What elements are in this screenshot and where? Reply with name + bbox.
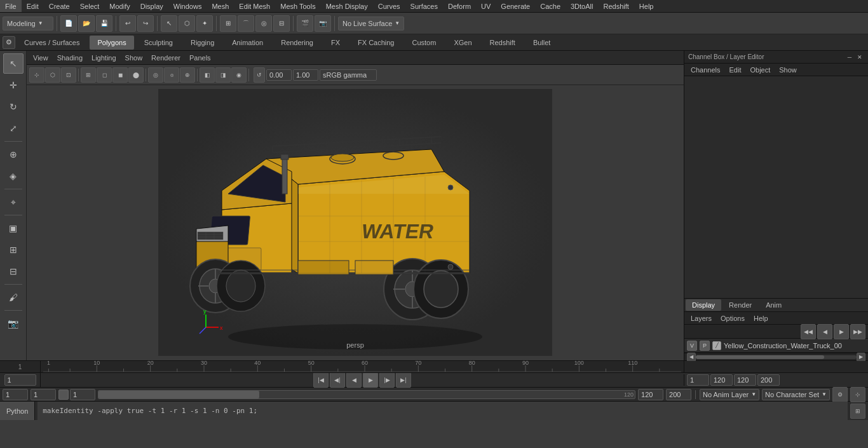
play-forward-button[interactable]: ▶ <box>363 372 378 388</box>
menu-select[interactable]: Select <box>75 0 105 12</box>
playback-end-field[interactable]: 120 <box>638 389 663 400</box>
tab-anim[interactable]: Anim <box>759 299 788 311</box>
ipr-button[interactable]: 📷 <box>315 15 331 32</box>
menu-3dtoall[interactable]: 3DtoAll <box>566 0 598 12</box>
viewport[interactable]: View Shading Lighting Show Renderer Pane… <box>27 51 684 360</box>
layer-prev-1[interactable]: ◀◀ <box>801 324 816 339</box>
vp-shading-1[interactable]: ◧ <box>200 67 215 83</box>
bottom-settings-2[interactable]: ⊹ <box>850 387 865 402</box>
vp-menu-panels[interactable]: Panels <box>186 51 215 64</box>
step-forward-button[interactable]: |▶ <box>379 372 395 388</box>
channel-box-minimize[interactable]: ─ <box>845 53 854 62</box>
tab-xgen[interactable]: XGen <box>446 36 479 50</box>
workspace-dropdown[interactable]: Modeling ▼ <box>3 17 53 31</box>
grid-btn-3[interactable]: ⊟ <box>3 261 24 282</box>
menu-modify[interactable]: Modify <box>104 0 135 12</box>
edit-menu[interactable]: Edit <box>725 64 745 76</box>
redo-button[interactable]: ↪ <box>137 15 154 32</box>
playback-end-input[interactable]: 120 <box>710 374 733 386</box>
bottom-settings-1[interactable]: ⚙ <box>832 387 848 402</box>
channels-menu[interactable]: Channels <box>687 64 724 76</box>
vp-shading-2[interactable]: ◨ <box>215 67 231 83</box>
layer-next-2[interactable]: ▶▶ <box>850 324 865 339</box>
menu-display[interactable]: Display <box>135 0 168 12</box>
frame-field-1[interactable]: 1 <box>3 389 28 400</box>
frame-field-3[interactable]: 1 <box>70 389 95 400</box>
layers-menu[interactable]: Layers <box>687 312 715 324</box>
current-frame-input[interactable]: 1 <box>4 374 36 386</box>
soft-mod-sidebar[interactable]: ◈ <box>3 166 24 186</box>
vp-tool-3[interactable]: ⊡ <box>61 67 76 83</box>
undo-button[interactable]: ↩ <box>119 15 136 32</box>
grid-btn-2[interactable]: ⊞ <box>3 240 24 260</box>
menu-redshift[interactable]: Redshift <box>598 0 634 12</box>
vp-menu-shading[interactable]: Shading <box>53 51 86 64</box>
layer-next-1[interactable]: ▶ <box>834 324 849 339</box>
open-scene-button[interactable]: 📂 <box>78 15 95 32</box>
menu-mesh[interactable]: Mesh <box>207 0 234 12</box>
tab-animation[interactable]: Animation <box>224 36 271 50</box>
skip-to-start-button[interactable]: |◀ <box>313 372 329 388</box>
vp-transform-x[interactable]: 0.00 <box>266 69 292 81</box>
vp-tool-2[interactable]: ⬡ <box>45 67 60 83</box>
vp-cam-2[interactable]: ⌾ <box>164 67 179 83</box>
layers-help-menu[interactable]: Help <box>750 312 772 324</box>
camera-sidebar[interactable]: 📷 <box>3 313 24 334</box>
tab-redshift[interactable]: Redshift <box>482 36 523 50</box>
menu-help[interactable]: Help <box>634 0 659 12</box>
play-back-button[interactable]: ◀ <box>346 372 362 388</box>
menu-mesh-tools[interactable]: Mesh Tools <box>275 0 320 12</box>
menu-mesh-display[interactable]: Mesh Display <box>321 0 373 12</box>
snap-point-button[interactable]: ◎ <box>255 15 272 32</box>
snap-surface-button[interactable]: ⊟ <box>273 15 290 32</box>
menu-curves[interactable]: Curves <box>373 0 405 12</box>
menu-create[interactable]: Create <box>44 0 75 12</box>
layer-playback-toggle[interactable]: P <box>700 341 710 351</box>
layer-prev-2[interactable]: ◀ <box>817 324 832 339</box>
vp-cam-1[interactable]: ◎ <box>148 67 163 83</box>
layer-color-swatch[interactable]: ╱ <box>712 341 721 350</box>
menu-deform[interactable]: Deform <box>443 0 476 12</box>
vp-menu-view[interactable]: View <box>29 51 52 64</box>
channel-box-close[interactable]: ✕ <box>855 53 864 62</box>
anim-end-input[interactable]: 120 <box>734 374 756 386</box>
tab-render[interactable]: Render <box>722 299 758 311</box>
snap-sidebar[interactable]: ⌖ <box>3 192 24 212</box>
vp-transform-y[interactable]: 1.00 <box>293 69 318 81</box>
select-tool-button[interactable]: ↖ <box>161 15 177 32</box>
grid-btn-1[interactable]: ▣ <box>3 218 24 238</box>
tab-rigging[interactable]: Rigging <box>183 36 222 50</box>
timeline-slider[interactable]: 120 <box>98 390 635 399</box>
move-tool-sidebar[interactable]: ✛ <box>3 75 24 95</box>
vp-menu-renderer[interactable]: Renderer <box>147 51 184 64</box>
scrollbar-left[interactable]: ◀ <box>687 353 696 362</box>
rotate-tool-sidebar[interactable]: ↻ <box>3 97 24 117</box>
scrollbar-track[interactable] <box>696 355 857 359</box>
menu-generate[interactable]: Generate <box>496 0 535 12</box>
layer-row[interactable]: V P ╱ Yellow_Construction_Water_Truck_00 <box>684 339 868 353</box>
frame-field-2[interactable]: 1 <box>31 389 56 400</box>
max-end-field[interactable]: 200 <box>666 389 691 400</box>
layers-options-menu[interactable]: Options <box>717 312 749 324</box>
tab-bullet[interactable]: Bullet <box>526 36 559 50</box>
vp-menu-lighting[interactable]: Lighting <box>88 51 120 64</box>
tabbar-settings-icon[interactable]: ⚙ <box>3 36 15 49</box>
tab-display[interactable]: Display <box>686 299 721 311</box>
menu-windows[interactable]: Windows <box>168 0 207 12</box>
scrollbar-right[interactable]: ▶ <box>857 353 865 362</box>
vp-tool-1[interactable]: ⊹ <box>29 67 44 83</box>
universal-manip-sidebar[interactable]: ⊕ <box>3 144 24 165</box>
show-menu[interactable]: Show <box>775 64 801 76</box>
timeline-ruler-marks[interactable]: 1102030405060708090100110120 <box>41 361 684 373</box>
python-expand-icon[interactable]: ⊞ <box>850 404 865 419</box>
timeline-ruler[interactable]: 1 1102030405060708090100110120 <box>0 361 868 373</box>
object-menu[interactable]: Object <box>746 64 774 76</box>
vp-menu-show[interactable]: Show <box>121 51 147 64</box>
vp-smooth[interactable]: ◼ <box>112 67 128 83</box>
vp-transform-reset[interactable]: ↺ <box>254 67 265 83</box>
anim-max-input[interactable]: 200 <box>757 374 780 386</box>
paint-sidebar[interactable]: 🖌 <box>3 287 24 308</box>
tab-sculpting[interactable]: Sculpting <box>137 36 180 50</box>
viewport-scene[interactable]: WATER <box>27 85 684 359</box>
skip-to-end-button[interactable]: ▶| <box>396 372 411 388</box>
